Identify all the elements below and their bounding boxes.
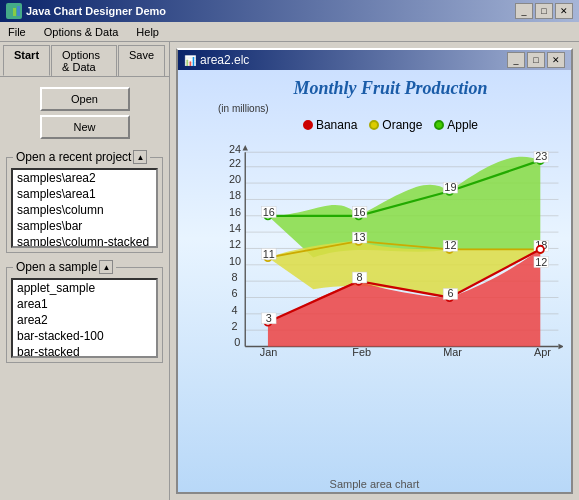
chart-window-controls: _ □ ✕ bbox=[507, 52, 565, 68]
legend-banana: Banana bbox=[303, 118, 357, 132]
svg-text:19: 19 bbox=[444, 181, 456, 193]
chart-window-title-area: 📊 area2.elc bbox=[184, 53, 249, 67]
menu-options-data[interactable]: Options & Data bbox=[40, 25, 123, 39]
main-container: Start Options & Data Save Open New Open … bbox=[0, 42, 579, 500]
svg-text:16: 16 bbox=[229, 206, 241, 218]
recent-list-item[interactable]: samples\area2 bbox=[13, 170, 156, 186]
svg-text:13: 13 bbox=[354, 231, 366, 243]
recent-projects-list[interactable]: samples\area2samples\area1samples\column… bbox=[11, 168, 158, 248]
recent-projects-group: Open a recent project ▲ samples\area2sam… bbox=[6, 157, 163, 253]
legend-label-banana: Banana bbox=[316, 118, 357, 132]
recent-scroll-btn[interactable]: ▲ bbox=[133, 150, 147, 164]
svg-text:6: 6 bbox=[447, 287, 453, 299]
legend-label-apple: Apple bbox=[447, 118, 478, 132]
svg-point-64 bbox=[537, 246, 544, 253]
new-button[interactable]: New bbox=[40, 115, 130, 139]
left-panel: Start Options & Data Save Open New Open … bbox=[0, 42, 170, 500]
svg-rect-1 bbox=[13, 8, 16, 16]
chart-legend: Banana Orange Apple bbox=[218, 118, 563, 132]
close-button[interactable]: ✕ bbox=[555, 3, 573, 19]
chart-subtitle: (in millions) bbox=[218, 103, 563, 114]
menu-bar: File Options & Data Help bbox=[0, 22, 579, 42]
svg-text:2: 2 bbox=[232, 320, 238, 332]
legend-orange: Orange bbox=[369, 118, 422, 132]
svg-text:6: 6 bbox=[232, 287, 238, 299]
svg-rect-0 bbox=[9, 11, 12, 16]
legend-dot-apple bbox=[434, 120, 444, 130]
svg-text:4: 4 bbox=[232, 304, 238, 316]
recent-list-item[interactable]: samples\area1 bbox=[13, 186, 156, 202]
svg-text:22: 22 bbox=[229, 157, 241, 169]
chart-svg: 0 2 4 6 8 10 12 14 16 18 20 22 24 bbox=[218, 138, 563, 368]
button-panel: Open New bbox=[6, 87, 163, 139]
svg-text:16: 16 bbox=[263, 206, 275, 218]
legend-dot-orange bbox=[369, 120, 379, 130]
svg-marker-31 bbox=[558, 344, 563, 349]
menu-help[interactable]: Help bbox=[132, 25, 163, 39]
svg-text:Feb: Feb bbox=[352, 347, 371, 359]
svg-text:24: 24 bbox=[229, 143, 241, 155]
svg-text:3: 3 bbox=[266, 312, 272, 324]
sample-list-item[interactable]: bar-stacked-100 bbox=[13, 328, 156, 344]
recent-projects-label: Open a recent project ▲ bbox=[13, 150, 150, 164]
recent-list-item[interactable]: samples\column-stacked bbox=[13, 234, 156, 248]
tab-options-data[interactable]: Options & Data bbox=[51, 45, 117, 76]
minimize-button[interactable]: _ bbox=[515, 3, 533, 19]
right-panel: 📊 area2.elc _ □ ✕ Monthly Fruit Producti… bbox=[170, 42, 579, 500]
chart-bottom-label: Sample area chart bbox=[178, 478, 571, 490]
svg-text:14: 14 bbox=[229, 222, 241, 234]
svg-text:8: 8 bbox=[232, 271, 238, 283]
svg-text:8: 8 bbox=[357, 271, 363, 283]
legend-apple: Apple bbox=[434, 118, 478, 132]
chart-main-title: Monthly Fruit Production bbox=[218, 78, 563, 99]
chart-minimize-btn[interactable]: _ bbox=[507, 52, 525, 68]
svg-text:Mar: Mar bbox=[443, 347, 462, 359]
svg-text:23: 23 bbox=[535, 150, 547, 162]
sample-scroll-btn[interactable]: ▲ bbox=[99, 260, 113, 274]
open-button[interactable]: Open bbox=[40, 87, 130, 111]
sample-list[interactable]: applet_samplearea1area2bar-stacked-100ba… bbox=[11, 278, 158, 358]
chart-close-btn[interactable]: ✕ bbox=[547, 52, 565, 68]
chart-title-bar: 📊 area2.elc _ □ ✕ bbox=[178, 50, 571, 70]
title-bar-controls: _ □ ✕ bbox=[515, 3, 573, 19]
maximize-button[interactable]: □ bbox=[535, 3, 553, 19]
svg-text:10: 10 bbox=[229, 255, 241, 267]
app-title: Java Chart Designer Demo bbox=[26, 5, 166, 17]
tab-start[interactable]: Start bbox=[3, 45, 50, 76]
open-sample-group: Open a sample ▲ applet_samplearea1area2b… bbox=[6, 267, 163, 363]
svg-text:12: 12 bbox=[535, 256, 547, 268]
chart-window: 📊 area2.elc _ □ ✕ Monthly Fruit Producti… bbox=[176, 48, 573, 494]
sample-list-item[interactable]: area2 bbox=[13, 312, 156, 328]
chart-area: Monthly Fruit Production (in millions) B… bbox=[178, 70, 571, 492]
sample-list-item[interactable]: bar-stacked bbox=[13, 344, 156, 358]
open-sample-label: Open a sample ▲ bbox=[13, 260, 116, 274]
app-icon bbox=[6, 3, 22, 19]
menu-file[interactable]: File bbox=[4, 25, 30, 39]
tab-bar: Start Options & Data Save bbox=[0, 42, 169, 77]
app-title-bar: Java Chart Designer Demo _ □ ✕ bbox=[0, 0, 579, 22]
svg-text:11: 11 bbox=[263, 248, 275, 260]
svg-text:Apr: Apr bbox=[534, 347, 551, 359]
svg-text:18: 18 bbox=[229, 189, 241, 201]
legend-dot-banana bbox=[303, 120, 313, 130]
svg-text:20: 20 bbox=[229, 173, 241, 185]
recent-list-item[interactable]: samples\column bbox=[13, 202, 156, 218]
svg-text:12: 12 bbox=[444, 239, 456, 251]
svg-text:16: 16 bbox=[354, 206, 366, 218]
svg-text:12: 12 bbox=[229, 238, 241, 250]
svg-rect-2 bbox=[17, 6, 20, 16]
legend-label-orange: Orange bbox=[382, 118, 422, 132]
chart-window-title: area2.elc bbox=[200, 53, 249, 67]
sample-list-item[interactable]: applet_sample bbox=[13, 280, 156, 296]
svg-text:Jan: Jan bbox=[260, 347, 278, 359]
sample-list-item[interactable]: area1 bbox=[13, 296, 156, 312]
svg-marker-32 bbox=[243, 145, 248, 150]
svg-text:0: 0 bbox=[234, 337, 240, 349]
left-content: Open New Open a recent project ▲ samples… bbox=[0, 77, 169, 500]
recent-list-item[interactable]: samples\bar bbox=[13, 218, 156, 234]
tab-save[interactable]: Save bbox=[118, 45, 165, 76]
chart-maximize-btn[interactable]: □ bbox=[527, 52, 545, 68]
